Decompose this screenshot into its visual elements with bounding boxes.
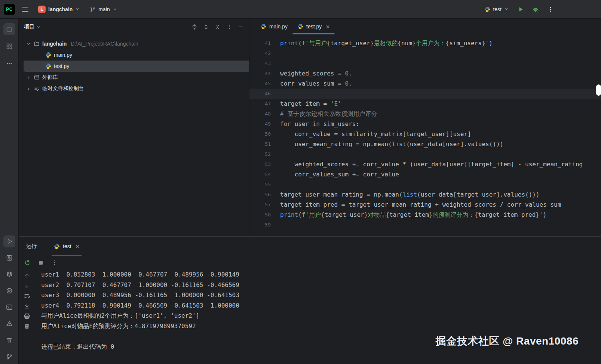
line-number[interactable]: 52 [249,149,271,159]
code-text[interactable]: user_mean_rating = np.mean(list(user_dat… [271,139,503,149]
code-line[interactable]: 55 [249,179,601,189]
code-text[interactable] [271,179,280,189]
tree-item-project-root[interactable]: langchain D:\AI_Project\RAG\langchain [19,38,249,49]
project-view-selector[interactable]: 项目 [24,21,41,33]
tab-main-py[interactable]: main.py [255,19,292,34]
code-text[interactable]: target_item_pred = target_user_mean_rati… [271,200,561,210]
tree-item-test-py[interactable]: test.py [24,61,249,72]
python-console-tool-button[interactable] [3,252,15,264]
line-number[interactable]: 45 [249,78,271,89]
line-number[interactable]: 54 [249,169,271,179]
line-number[interactable]: 42 [249,48,271,58]
hide-panel-button[interactable] [238,24,244,30]
code-text[interactable]: print(f'与用户{target_user}最相似的{num}个用户为：{s… [271,38,493,48]
code-line[interactable]: 45corr_values_sum = 0. [249,78,601,89]
code-line[interactable]: 43 [249,58,601,68]
line-number[interactable]: 43 [249,58,271,68]
git-tool-button[interactable] [3,351,15,363]
tree-item-external-libraries[interactable]: 外部库 [19,72,249,83]
code-text[interactable]: target_user_mean_rating = np.mean(list(u… [271,189,540,200]
soft-wrap-button[interactable] [24,293,30,299]
tab-test-py[interactable]: test.py ✕ [292,19,335,34]
code-line[interactable]: 46 [249,89,601,99]
line-number[interactable]: 46 [249,89,271,99]
code-line[interactable]: 47target_item = 'E' [249,99,601,109]
code-text[interactable] [271,48,280,58]
code-line[interactable]: 53 weighted_scores += corr_value * (user… [249,159,601,169]
tree-item-scratches[interactable]: 临时文件和控制台 [19,83,249,94]
code-text[interactable]: for user in sim_users: [271,119,359,129]
clear-console-button[interactable] [24,323,30,330]
code-text[interactable]: # 基于皮尔逊相关系数预测用户评分 [271,109,377,119]
code-line[interactable]: 50 corr_value = similarity_matrix[target… [249,129,601,139]
run-button[interactable] [514,3,527,16]
chevron-right-icon[interactable] [26,75,31,80]
code-line[interactable]: 51 user_mean_rating = np.mean(list(user_… [249,139,601,149]
run-config-widget[interactable]: test [481,3,512,16]
titlebar-more-button[interactable] [544,3,557,16]
line-number[interactable]: 49 [249,119,271,129]
panel-options-button[interactable] [226,24,232,30]
code-text[interactable] [271,89,280,99]
line-number[interactable]: 57 [249,200,271,210]
code-text[interactable]: corr_value = similarity_matrix[target_us… [271,129,471,139]
code-text[interactable]: corr_values_sum = 0. [271,78,352,89]
code-text[interactable]: weighted_scores += corr_value * (user_da… [271,159,583,169]
rerun-button[interactable] [24,259,31,266]
code-line[interactable]: 52 [249,149,601,159]
line-number[interactable]: 48 [249,109,271,119]
run-anything-tool-button[interactable] [3,285,15,297]
project-tool-button[interactable] [3,23,15,35]
line-number[interactable]: 56 [249,189,271,200]
chevron-down-icon[interactable] [26,41,31,46]
code-line[interactable]: 54 corr_values_sum += corr_value [249,169,601,179]
more-tools-button[interactable] [3,58,15,70]
project-widget[interactable]: L langchain [35,3,83,16]
code-line[interactable]: 59 [249,220,601,230]
line-number[interactable]: 50 [249,129,271,139]
collapse-all-button[interactable] [215,24,221,30]
line-number[interactable]: 55 [249,179,271,189]
code-line[interactable]: 42 [249,48,601,58]
code-text[interactable]: weighted_scores = 0. [271,68,352,78]
line-number[interactable]: 51 [249,139,271,149]
line-number[interactable]: 47 [249,99,271,109]
code-line[interactable]: 41print(f'与用户{target_user}最相似的{num}个用户为：… [249,38,601,48]
delete-tool-button[interactable] [3,334,15,346]
debug-button[interactable] [529,3,542,16]
run-tab-test[interactable]: test ✕ [50,237,83,256]
tree-item-main-py[interactable]: main.py [19,49,249,61]
code-line[interactable]: 49for user in sim_users: [249,119,601,129]
code-line[interactable]: 48# 基于皮尔逊相关系数预测用户评分 [249,109,601,119]
main-menu-button[interactable] [19,3,31,16]
run-tool-button[interactable] [3,235,15,247]
terminal-tool-button[interactable] [3,301,15,313]
line-number[interactable]: 58 [249,210,271,220]
close-tab-icon[interactable]: ✕ [76,244,80,249]
code-text[interactable] [271,220,280,230]
line-number[interactable]: 44 [249,68,271,78]
line-number[interactable]: 53 [249,159,271,169]
structure-tool-button[interactable] [3,40,15,52]
problems-tool-button[interactable] [3,318,15,330]
scroll-up-button[interactable] [24,272,30,279]
code-editor[interactable]: 41print(f'与用户{target_user}最相似的{num}个用户为：… [249,34,601,236]
run-options-button[interactable] [51,259,58,266]
stop-button[interactable] [37,259,44,266]
line-number[interactable]: 41 [249,38,271,48]
console-output[interactable]: user1 0.852803 1.000000 0.467707 0.48995… [35,269,601,364]
editor-scrollbar-thumb[interactable] [596,84,601,96]
code-line[interactable]: 58print(f'用户{target_user}对物品{target_item… [249,210,601,220]
branch-widget[interactable]: main [87,3,120,16]
code-line[interactable]: 56target_user_mean_rating = np.mean(list… [249,189,601,200]
services-tool-button[interactable] [3,268,15,280]
locate-file-button[interactable] [191,24,197,30]
code-text[interactable]: corr_values_sum += corr_value [271,169,399,179]
scroll-down-button[interactable] [24,283,30,289]
close-tab-icon[interactable]: ✕ [326,24,330,29]
scroll-to-end-button[interactable] [24,303,30,309]
print-button[interactable] [24,313,30,320]
expand-all-button[interactable] [203,24,209,30]
line-number[interactable]: 59 [249,220,271,230]
code-text[interactable]: print(f'用户{target_user}对物品{target_item}的… [271,210,546,220]
